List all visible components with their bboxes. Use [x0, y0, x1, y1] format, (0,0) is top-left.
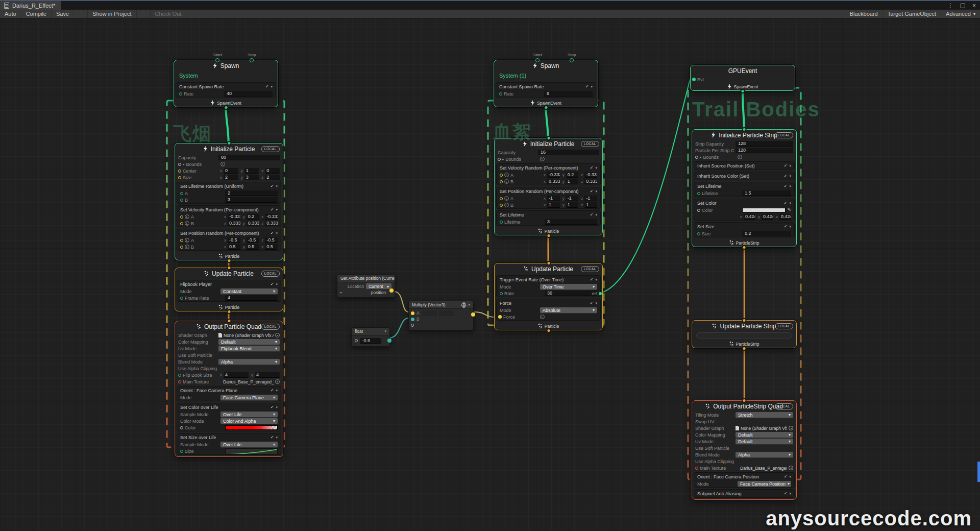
output-port-dot[interactable]	[389, 288, 394, 293]
space-toggle[interactable]: L	[504, 173, 509, 177]
collapse-chevron-icon[interactable]: ▾	[789, 164, 791, 168]
port-dot[interactable]	[500, 174, 503, 177]
fold-icon[interactable]: ▸	[340, 291, 342, 295]
object-field[interactable]: Darius_Base_P_enraged_rage_bits_4x	[223, 379, 274, 384]
port-dot[interactable]	[180, 246, 183, 249]
checkbox[interactable]: ✓	[271, 207, 274, 212]
block-constant-spawn-rate[interactable]: Constant Spawn Rate✓▾Rate8	[496, 82, 596, 98]
checkbox[interactable]: ✓	[590, 277, 594, 282]
vector-field[interactable]: 1	[566, 202, 579, 208]
flow-input-port[interactable]	[546, 261, 551, 266]
flow-input-port[interactable]	[742, 127, 747, 132]
port-dot[interactable]	[180, 192, 183, 195]
checkbox[interactable]: ✓	[784, 163, 788, 168]
output-port-dot[interactable]	[471, 312, 475, 317]
port-dot[interactable]	[695, 156, 698, 159]
checkbox[interactable]: ✓	[271, 184, 274, 188]
input-port-dot[interactable]	[411, 324, 414, 327]
block-set-color[interactable]: Set Color✓▾Color✎x0.424528y0.424528z0.42…	[694, 199, 795, 221]
value-field[interactable]: 8	[544, 91, 593, 96]
block-force[interactable]: Force✓▾ModeAbsolute▾ForceL	[496, 299, 601, 321]
vector-field[interactable]: 0.5	[265, 244, 278, 250]
checkbox[interactable]: ✓	[784, 184, 788, 188]
checkbox[interactable]: ✓	[265, 84, 269, 89]
checkbox[interactable]: ✓	[590, 212, 594, 217]
collapse-chevron-icon[interactable]: ▾	[276, 208, 278, 212]
dropdown[interactable]: Default▾	[736, 439, 793, 445]
value-field[interactable]: 4	[225, 295, 278, 301]
block-set-color-over-life[interactable]: Set Color over Life✓▾Sample ModeOver Lif…	[177, 403, 281, 431]
node-spawn-system[interactable]: StartStopSpawnSystemConstant Spawn Rate✓…	[174, 60, 278, 107]
port-dot[interactable]	[500, 180, 503, 183]
edge[interactable]	[475, 312, 494, 317]
vector-field[interactable]: 0.333	[547, 179, 560, 184]
collapse-chevron-icon[interactable]: ▾	[595, 189, 597, 194]
vector-field[interactable]: 0.2	[247, 214, 259, 220]
node-update-particle[interactable]: Update ParticleLOCALFlipbook Player✓▾Mod…	[175, 268, 283, 311]
value-field[interactable]: -0.9	[360, 338, 381, 344]
value-field[interactable]: 3	[225, 197, 278, 203]
vector-field[interactable]: 1	[547, 202, 560, 208]
vector-field[interactable]: -1	[584, 196, 597, 201]
port-dot[interactable]	[500, 197, 503, 200]
value-field[interactable]: 40	[224, 91, 273, 96]
block-set-position-random-per-component-[interactable]: Set Position Random (Per-component)✓▾LAx…	[177, 229, 281, 251]
block-constant-spawn-rate[interactable]: Constant Spawn Rate✓▾Rate40	[176, 82, 276, 98]
block-set-velocity-random-per-component-[interactable]: Set Velocity Random (Per-component)✓▾LAx…	[177, 205, 281, 227]
value-field[interactable]: 3	[545, 219, 597, 225]
collapse-chevron-icon[interactable]: ▾	[384, 329, 386, 333]
value-field[interactable]: 30	[545, 291, 597, 296]
port-dot[interactable]	[697, 209, 700, 212]
input-port-dot[interactable]	[498, 315, 502, 319]
block-set-lifetime[interactable]: Set Lifetime✓▾Lifetime1.5	[694, 182, 795, 197]
space-toggle[interactable]: L	[504, 179, 509, 184]
node-spawn-system-1[interactable]: StartStopSpawnSystem (1)Constant Spawn R…	[494, 60, 598, 107]
dropdown[interactable]: Alpha▾	[218, 359, 280, 365]
port-dot[interactable]	[178, 176, 181, 179]
port-dot[interactable]	[498, 158, 501, 161]
flow-output-port[interactable]	[227, 258, 231, 263]
dropdown[interactable]: Color And Alpha▾	[220, 418, 278, 424]
vector-field[interactable]: 2	[224, 175, 238, 180]
value-field[interactable]: 128	[736, 141, 793, 147]
flow-input-port[interactable]	[227, 319, 231, 323]
vector-field[interactable]: 0.5	[247, 244, 259, 250]
op-float-constant[interactable]: float▾-0.9	[351, 327, 390, 347]
collapse-chevron-icon[interactable]: ▾	[595, 213, 597, 217]
port-dot[interactable]	[180, 199, 183, 202]
vector-field[interactable]: 0.333	[247, 221, 259, 226]
op-get-attribute-position[interactable]: Get Attribute position (Current)▾Locatio…	[337, 274, 395, 298]
collapse-chevron-icon[interactable]: ▾	[789, 475, 791, 479]
vector-field[interactable]: -0.333	[265, 214, 278, 220]
dropdown[interactable]: Over Time▾	[540, 284, 597, 290]
collapse-chevron-icon[interactable]: ▾	[595, 301, 597, 305]
collapse-chevron-icon[interactable]: ▾	[271, 85, 273, 89]
vector-field[interactable]: 0.424528	[744, 214, 755, 220]
value-field[interactable]: 2	[225, 190, 278, 196]
toolbar-button-auto[interactable]: Auto	[0, 10, 21, 18]
collapse-chevron-icon[interactable]: ▾	[276, 436, 278, 440]
color-swatch[interactable]	[742, 208, 786, 212]
input-port-dot[interactable]	[411, 318, 414, 321]
block-inherit-source-position-set-[interactable]: Inherit Source Position (Set)✓▾	[694, 161, 795, 170]
toolbar-button-compile[interactable]: Compile	[21, 10, 52, 18]
close-icon[interactable]: ×	[972, 2, 976, 9]
menu-icon[interactable]: ⋮	[947, 2, 953, 9]
port-dot[interactable]	[499, 92, 502, 95]
edge[interactable]	[389, 318, 408, 338]
port-dot[interactable]	[500, 221, 503, 224]
flow-output-port[interactable]	[224, 105, 228, 110]
flow-output-port[interactable]	[742, 346, 747, 351]
block-set-size[interactable]: Set Size✓▾Size0.2	[694, 222, 795, 237]
empty-blocks-dropzone[interactable]	[696, 332, 792, 339]
port-dot[interactable]	[697, 232, 700, 235]
checkbox[interactable]: ✓	[784, 474, 788, 479]
checkbox[interactable]: ✓	[784, 201, 788, 205]
restore-icon[interactable]	[961, 4, 965, 8]
flow-input-port[interactable]	[227, 141, 231, 146]
edge[interactable]	[394, 292, 408, 312]
collapse-chevron-icon[interactable]: ▾	[468, 303, 470, 307]
vector-field[interactable]: 0.333	[584, 179, 597, 184]
node-output-particle-quad[interactable]: Output Particle QuadLOCALShader GraphNon…	[175, 321, 283, 457]
eyedropper-icon[interactable]: ✎	[787, 208, 791, 212]
